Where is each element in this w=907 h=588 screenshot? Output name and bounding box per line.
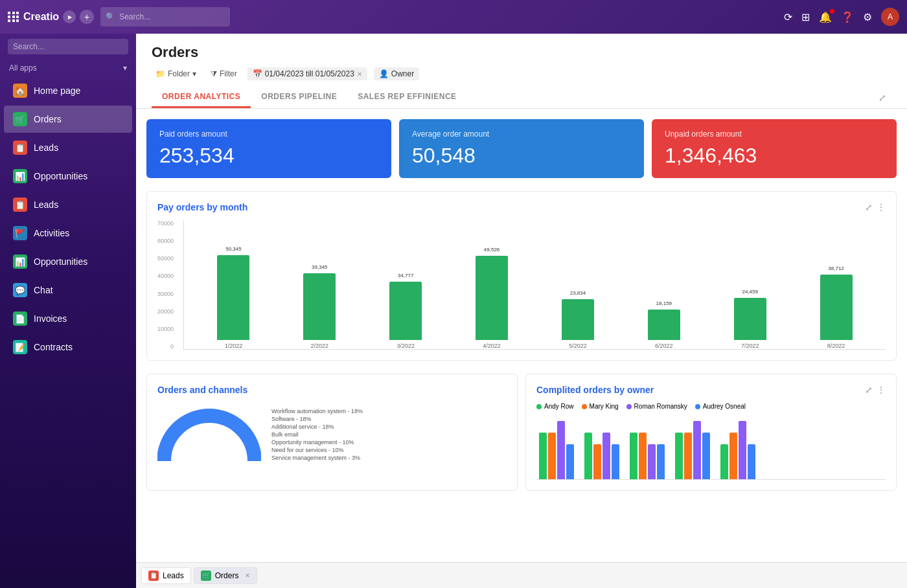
y-label-40000: 40000 — [157, 273, 174, 279]
tab-orders-pipeline[interactable]: ORDERS PIPELINE — [251, 87, 347, 108]
y-label-20000: 20000 — [157, 308, 174, 315]
bar-label-7: 8/2022 — [827, 343, 845, 349]
owner-chip[interactable]: 👤 Owner — [374, 67, 419, 80]
bar-4[interactable]: 23,834 — [562, 299, 594, 340]
taskbar: 📋 Leads 🛒 Orders ✕ — [136, 562, 907, 588]
donut-label-software: Software - 18% — [271, 416, 507, 422]
bar-value-1: 39,345 — [312, 264, 327, 270]
sidebar-item-activities[interactable]: 🚩 Activities — [4, 220, 132, 247]
bottom-charts: Orders and channels — [146, 374, 897, 491]
bar-group-0: 50,3451/2022 — [190, 255, 277, 349]
top-search-box[interactable]: 🔍 — [100, 7, 230, 27]
bar-mini-4-1 — [729, 433, 737, 479]
bar-7[interactable]: 38,712 — [820, 275, 853, 340]
bar-mini-group-3 — [675, 421, 710, 479]
folder-filter-button[interactable]: 📁 Folder ▾ — [152, 67, 200, 80]
bar-mini-group-4 — [720, 421, 755, 479]
bar-mini-1-2 — [603, 433, 610, 479]
bar-0[interactable]: 50,345 — [217, 255, 249, 340]
date-chip-close[interactable]: ✕ — [357, 71, 362, 78]
y-label-0: 0 — [157, 343, 174, 350]
sidebar-item-invoices[interactable]: 📄 Invoices — [4, 305, 132, 332]
help-icon[interactable]: ❓ — [841, 11, 854, 23]
donut-area: Workflow automation system - 18% Softwar… — [157, 403, 507, 468]
nav-right-icons: ⟳ ⊞ 🔔 ❓ ⚙ A — [784, 8, 899, 26]
sidebar-item-contracts[interactable]: 📝 Contracts — [4, 334, 132, 361]
chat-icon: 💬 — [13, 283, 27, 297]
sidebar: All apps ▾ 🏠 Home page 🛒 Orders 📋 Leads … — [0, 34, 136, 588]
bar-label-1: 2/2022 — [311, 343, 329, 349]
bar-mini-0-1 — [548, 433, 556, 479]
donut-svg — [157, 403, 261, 468]
task-leads-label: Leads — [163, 571, 184, 580]
bar-1[interactable]: 39,345 — [303, 273, 336, 340]
kpi-paid-value: 253,534 — [159, 144, 378, 168]
sidebar-item-orders[interactable]: 🛒 Orders — [4, 106, 132, 133]
sidebar-search-input[interactable] — [8, 39, 128, 54]
kpi-paid: Paid orders amount 253,534 — [146, 119, 391, 178]
sidebar-item-home[interactable]: 🏠 Home page — [4, 77, 132, 104]
logo-play-button[interactable] — [63, 10, 76, 23]
expand-icon[interactable]: ⤢ — [873, 87, 891, 108]
bar-3[interactable]: 49,526 — [476, 256, 508, 340]
bar-value-3: 49,526 — [484, 247, 499, 253]
logo-area: Creatio + — [8, 10, 94, 24]
bar-value-4: 23,834 — [570, 290, 586, 296]
y-label-50000: 50000 — [157, 255, 174, 262]
sidebar-item-leads1[interactable]: 📋 Leads — [4, 134, 132, 161]
grid-menu-icon[interactable] — [8, 12, 19, 22]
sidebar-item-opportunities1[interactable]: 📊 Opportunities — [4, 163, 132, 190]
page-title: Orders — [152, 44, 891, 61]
settings-icon[interactable]: ⚙ — [863, 11, 872, 23]
task-leads-icon: 📋 — [148, 571, 159, 581]
top-search-input[interactable] — [119, 12, 225, 21]
tab-sales-rep[interactable]: SALES REP EFFINIENCE — [347, 87, 466, 108]
kpi-average: Average order amount 50,548 — [399, 119, 644, 178]
bar-5[interactable]: 18,159 — [648, 310, 680, 340]
contracts-icon: 📝 — [13, 340, 27, 354]
donut-segment-1 — [164, 416, 255, 461]
channels-chart-header: Orders and channels — [157, 385, 507, 395]
y-label-70000: 70000 — [157, 220, 174, 227]
task-leads[interactable]: 📋 Leads — [141, 567, 191, 584]
more-owners-icon[interactable]: ⋮ — [877, 385, 886, 395]
sidebar-item-chat[interactable]: 💬 Chat — [4, 277, 132, 304]
more-options-icon[interactable]: ⋮ — [877, 202, 886, 212]
bar-chart-container: 70000 60000 50000 40000 30000 20000 1000… — [157, 220, 886, 350]
filter-button[interactable]: ⧩ Filter — [207, 67, 241, 80]
bell-icon[interactable]: 🔔 — [819, 11, 832, 23]
sidebar-item-label-contracts: Contracts — [34, 342, 73, 352]
top-nav: Creatio + 🔍 ⟳ ⊞ 🔔 ❓ ⚙ A — [0, 0, 907, 34]
tab-order-analytics[interactable]: ORDER ANALYTICS — [152, 87, 251, 108]
bar-mini-4-3 — [748, 444, 755, 479]
apps-icon[interactable]: ⊞ — [801, 11, 810, 23]
bar-mini-3-1 — [684, 433, 692, 479]
activities-icon: 🚩 — [13, 226, 27, 240]
analytics-area: Paid orders amount 253,534 Average order… — [136, 109, 907, 562]
bar-mini-3-3 — [702, 433, 710, 479]
task-orders-icon: 🛒 — [201, 571, 211, 581]
avatar[interactable]: A — [881, 8, 899, 26]
dropdown-icon: ▾ — [192, 69, 196, 78]
page-header: Orders 📁 Folder ▾ ⧩ Filter 📅 01/04/2023 … — [136, 34, 907, 109]
content-area: Orders 📁 Folder ▾ ⧩ Filter 📅 01/04/2023 … — [136, 34, 907, 588]
task-orders-close[interactable]: ✕ — [245, 572, 250, 579]
expand-chart-icon[interactable]: ⤢ — [865, 202, 873, 212]
sidebar-item-opportunities2[interactable]: 📊 Opportunities — [4, 248, 132, 275]
date-range-chip[interactable]: 📅 01/04/2023 till 01/05/2023 ✕ — [247, 67, 367, 80]
top-add-button[interactable]: + — [80, 10, 94, 24]
sidebar-item-label-opportunities1: Opportunities — [34, 171, 87, 181]
bar-6[interactable]: 24,459 — [734, 298, 766, 340]
audrey-dot — [695, 404, 700, 409]
leads1-icon: 📋 — [13, 141, 27, 155]
bar-mini-0-0 — [539, 433, 547, 479]
owners-legend: Andy Row Mary King Roman Romansky A — [536, 403, 886, 410]
bar-2[interactable]: 34,777 — [389, 282, 422, 340]
bar-mini-0-3 — [566, 444, 574, 479]
sidebar-item-leads2[interactable]: 📋 Leads — [4, 191, 132, 218]
expand-owners-icon[interactable]: ⤢ — [865, 385, 873, 395]
task-orders[interactable]: 🛒 Orders ✕ — [194, 567, 258, 584]
bar-mini-group-0 — [539, 421, 574, 479]
sync-icon[interactable]: ⟳ — [784, 11, 792, 23]
donut-label-bulk: Bulk email — [271, 431, 507, 438]
